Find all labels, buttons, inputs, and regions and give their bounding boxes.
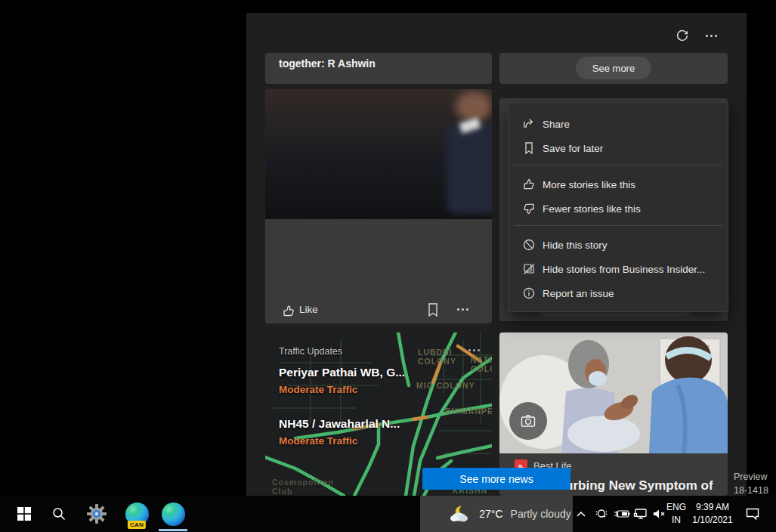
show-hidden-icons-button[interactable] bbox=[576, 496, 586, 532]
menu-item-share[interactable]: Share bbox=[509, 112, 728, 136]
map-label: NATE COLO bbox=[471, 355, 492, 373]
menu-item-save-for-later[interactable]: Save for later bbox=[509, 136, 728, 160]
canary-badge: CAN bbox=[128, 521, 146, 529]
partly-cloudy-night-icon bbox=[449, 505, 471, 523]
weather-condition: Partly cloudy bbox=[511, 508, 571, 520]
traffic-more-options-icon[interactable] bbox=[468, 349, 480, 351]
story-image bbox=[265, 89, 492, 219]
desktop: { "colors": { "accent_blue": "#0077d6", … bbox=[0, 0, 776, 532]
menu-item-fewer-stories[interactable]: Fewer stories like this bbox=[509, 196, 728, 221]
traffic-status-1: Moderate Traffic bbox=[279, 384, 357, 395]
ethernet-network-icon bbox=[633, 508, 648, 520]
edge-icon bbox=[162, 503, 185, 526]
menu-item-hide-story[interactable]: Hide this story bbox=[509, 233, 728, 257]
edge-button[interactable] bbox=[156, 496, 190, 532]
windows-logo-icon bbox=[17, 507, 31, 521]
bookmark-icon bbox=[521, 141, 536, 156]
language-indicator[interactable]: ENG IN bbox=[665, 501, 688, 527]
save-bookmark-icon[interactable] bbox=[427, 302, 439, 317]
weather-widget-button[interactable]: 27°C Partly cloudy bbox=[420, 496, 573, 532]
menu-item-more-stories[interactable]: More stories like this bbox=[509, 172, 728, 196]
thumbs-up-icon bbox=[521, 177, 536, 192]
menu-separator bbox=[514, 225, 722, 226]
story-card-top-left[interactable]: together: R Ashwin bbox=[265, 53, 492, 84]
chevron-up-icon bbox=[576, 510, 586, 518]
see-more-card: See more bbox=[499, 53, 728, 84]
menu-separator bbox=[514, 165, 722, 165]
edge-canary-button[interactable]: CAN bbox=[119, 496, 154, 532]
like-label[interactable]: Like bbox=[299, 304, 318, 315]
taskbar: CAN 27°C Partly cloudy bbox=[0, 496, 776, 532]
share-icon bbox=[521, 116, 536, 131]
battery-tray-button[interactable] bbox=[614, 496, 630, 532]
menu-item-report-issue[interactable]: Report an issue bbox=[509, 281, 728, 305]
map-label: BHIMANPE bbox=[445, 407, 492, 416]
see-more-news-button[interactable]: See more news bbox=[422, 468, 570, 490]
insider-preview-watermark: Preview18-1418 bbox=[734, 470, 768, 497]
gear-icon bbox=[87, 504, 107, 524]
traffic-road-2: NH45 / Jawaharlal N... bbox=[279, 417, 400, 431]
block-icon bbox=[521, 237, 536, 252]
network-tray-button[interactable] bbox=[633, 496, 648, 532]
clock[interactable]: 9:39 AM 1/10/2021 bbox=[689, 501, 736, 527]
see-more-button[interactable]: See more bbox=[576, 57, 651, 79]
traffic-road-1: Periyar Pathai WB, G... bbox=[279, 366, 405, 379]
start-button[interactable] bbox=[8, 496, 41, 532]
story-headline-tail: together: R Ashwin bbox=[279, 57, 376, 70]
story-more-options-icon[interactable] bbox=[457, 308, 468, 311]
menu-item-hide-source[interactable]: Hide stories from Business Insider... bbox=[509, 257, 728, 281]
story-context-menu: Share Save for later More stories like t… bbox=[508, 102, 728, 312]
story-card[interactable]: Like bbox=[265, 89, 492, 323]
tray-rotation-lock-button[interactable] bbox=[595, 496, 608, 532]
rotation-lock-icon bbox=[595, 507, 608, 521]
gallery-camera-icon[interactable] bbox=[509, 402, 547, 440]
traffic-status-2: Moderate Traffic bbox=[279, 435, 357, 447]
settings-button[interactable] bbox=[80, 496, 113, 532]
map-label: MIG COLONY bbox=[416, 381, 475, 390]
battery-charging-icon bbox=[614, 509, 630, 519]
notification-bubble-icon bbox=[745, 507, 760, 521]
search-icon bbox=[51, 506, 66, 521]
thumbs-down-icon bbox=[521, 201, 536, 216]
volume-tray-button[interactable] bbox=[651, 496, 666, 532]
panel-more-options-icon[interactable] bbox=[706, 35, 717, 37]
info-icon bbox=[521, 286, 536, 301]
map-label: Cosmopolitan Club bbox=[272, 478, 334, 496]
like-icon[interactable] bbox=[281, 303, 296, 318]
hide-source-icon bbox=[521, 261, 536, 277]
weather-temp: 27°C bbox=[479, 508, 502, 520]
search-button[interactable] bbox=[42, 496, 76, 532]
active-app-indicator bbox=[159, 529, 187, 531]
speaker-muted-icon bbox=[651, 508, 666, 520]
refresh-icon[interactable] bbox=[676, 29, 689, 42]
map-label: LUBDHI COLONY bbox=[418, 348, 456, 366]
traffic-card-title: Traffic Updates bbox=[279, 346, 342, 357]
action-center-button[interactable] bbox=[745, 496, 760, 532]
